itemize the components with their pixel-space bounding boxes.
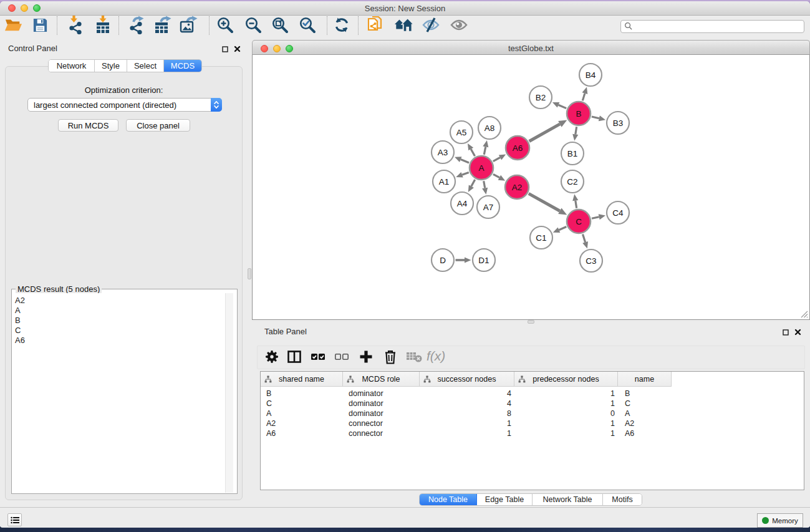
search-field[interactable] xyxy=(620,20,804,33)
close-table-panel-icon[interactable] xyxy=(794,327,801,338)
export-network-button[interactable] xyxy=(126,16,147,37)
edge-A-A5[interactable] xyxy=(471,149,475,156)
float-table-panel-icon[interactable] xyxy=(783,327,789,338)
result-scrollbar[interactable] xyxy=(225,293,233,493)
float-panel-icon[interactable] xyxy=(222,44,228,55)
result-list-item[interactable]: B xyxy=(15,316,224,326)
edge-A-A7[interactable] xyxy=(484,181,485,188)
show-details-button[interactable] xyxy=(448,16,470,37)
node-C2[interactable]: C2 xyxy=(561,170,584,193)
edge-B-B3[interactable] xyxy=(592,117,599,118)
refresh-layout-button[interactable] xyxy=(331,16,352,37)
node-C3[interactable]: C3 xyxy=(580,249,602,272)
tab-motifs[interactable]: Motifs xyxy=(603,494,642,505)
column-header-successor-nodes[interactable]: successor nodes xyxy=(420,372,514,387)
edge-B-B1[interactable] xyxy=(576,127,577,134)
node-B2[interactable]: B2 xyxy=(529,86,552,109)
result-list-item[interactable]: A6 xyxy=(15,336,224,346)
resize-grip-icon[interactable] xyxy=(799,309,808,318)
column-header-shared-name[interactable]: shared name xyxy=(261,372,343,387)
vertical-splitter-handle[interactable] xyxy=(248,268,251,279)
network-from-file-button[interactable] xyxy=(365,16,386,37)
tab-mcds[interactable]: MCDS xyxy=(164,60,201,72)
close-panel-icon[interactable] xyxy=(234,44,241,55)
table-row[interactable]: Cdominator41C xyxy=(261,399,804,409)
save-session-button[interactable] xyxy=(29,16,51,37)
search-input[interactable] xyxy=(632,22,804,31)
node-B[interactable]: B xyxy=(567,102,591,125)
edge-B-B4[interactable] xyxy=(582,94,585,101)
edge-A-A8[interactable] xyxy=(484,147,486,155)
edge-C-C4[interactable] xyxy=(592,217,599,219)
tab-select[interactable]: Select xyxy=(127,60,164,72)
node-C1[interactable]: C1 xyxy=(530,226,552,249)
import-table-button[interactable] xyxy=(92,16,113,37)
gear-button[interactable] xyxy=(261,347,282,369)
zoom-selected-button[interactable] xyxy=(297,16,318,37)
node-A7[interactable]: A7 xyxy=(477,196,499,218)
node-A5[interactable]: A5 xyxy=(450,121,473,143)
result-list-item[interactable]: C xyxy=(15,326,224,336)
edge-A2-C[interactable] xyxy=(529,193,560,211)
edge-A-A6[interactable] xyxy=(493,158,500,162)
import-network-button[interactable] xyxy=(65,16,86,37)
result-list-item[interactable]: A xyxy=(15,306,224,316)
tab-edge-table[interactable]: Edge Table xyxy=(477,494,533,505)
node-B1[interactable]: B1 xyxy=(561,142,584,165)
panel-menu-button[interactable] xyxy=(7,513,22,526)
mcds-result-list[interactable]: A2ABCA6 xyxy=(12,293,224,493)
node-A[interactable]: A xyxy=(470,156,493,180)
column-header-MCDS-role[interactable]: MCDS role xyxy=(343,372,420,387)
run-mcds-button[interactable]: Run MCDS xyxy=(58,119,118,132)
node-A2[interactable]: A2 xyxy=(505,175,529,199)
network-window-titlebar[interactable]: testGlobe.txt xyxy=(252,40,810,55)
table-row[interactable]: Adominator80A xyxy=(261,409,804,418)
edge-A-A1[interactable] xyxy=(462,172,469,175)
open-file-button[interactable] xyxy=(2,16,24,37)
criterion-combobox[interactable]: largest connected component (directed) xyxy=(27,98,222,112)
export-table-button[interactable] xyxy=(152,16,173,37)
tab-node-table[interactable]: Node Table xyxy=(420,494,477,505)
node-A4[interactable]: A4 xyxy=(451,192,473,215)
node-D1[interactable]: D1 xyxy=(473,249,495,271)
zoom-fit-button[interactable] xyxy=(269,16,291,37)
zoom-out-button[interactable] xyxy=(243,16,264,37)
edge-C-C2[interactable] xyxy=(576,201,577,208)
export-image-button[interactable] xyxy=(178,16,199,37)
function-builder-button[interactable]: f(x) xyxy=(427,347,448,369)
edge-A6-B[interactable] xyxy=(529,124,560,142)
home-button[interactable] xyxy=(393,16,415,37)
edge-A-A4[interactable] xyxy=(471,180,475,186)
node-A6[interactable]: A6 xyxy=(506,136,529,160)
edge-B-B2[interactable] xyxy=(559,105,567,108)
deselect-all-button[interactable] xyxy=(331,347,352,369)
node-B4[interactable]: B4 xyxy=(579,64,602,86)
result-list-item[interactable]: A2 xyxy=(15,296,224,306)
edge-C-C3[interactable] xyxy=(583,235,586,243)
column-header-name[interactable]: name xyxy=(618,372,672,387)
select-all-button[interactable] xyxy=(307,347,329,369)
zoom-in-button[interactable] xyxy=(215,16,236,37)
hide-details-button[interactable] xyxy=(420,16,441,37)
add-column-button[interactable] xyxy=(355,347,377,369)
delete-table-button[interactable] xyxy=(403,347,425,369)
edge-A-A2[interactable] xyxy=(493,174,499,177)
node-A3[interactable]: A3 xyxy=(432,141,454,163)
node-C4[interactable]: C4 xyxy=(607,201,629,224)
close-panel-button[interactable]: Close panel xyxy=(126,119,190,132)
split-columns-button[interactable] xyxy=(284,347,305,369)
memory-button[interactable]: Memory xyxy=(757,513,803,528)
node-C[interactable]: C xyxy=(567,210,591,233)
tab-network-table[interactable]: Network Table xyxy=(533,494,603,505)
node-A8[interactable]: A8 xyxy=(478,117,501,139)
table-row[interactable]: A2connector11A2 xyxy=(261,418,804,428)
node-A1[interactable]: A1 xyxy=(433,170,455,193)
node-D[interactable]: D xyxy=(432,249,454,271)
tab-style[interactable]: Style xyxy=(95,60,127,72)
tab-network[interactable]: Network xyxy=(49,60,95,72)
network-canvas[interactable]: AA1A3A4A5A7A8A6A2BB1B2B3B4CC1C2C3C4DD1 xyxy=(252,55,810,320)
column-header-predecessor-nodes[interactable]: predecessor nodes xyxy=(514,372,618,387)
edge-A-A3[interactable] xyxy=(461,160,469,163)
table-row[interactable]: A6connector11A6 xyxy=(261,428,804,438)
table-row[interactable]: Bdominator41B xyxy=(261,389,804,399)
